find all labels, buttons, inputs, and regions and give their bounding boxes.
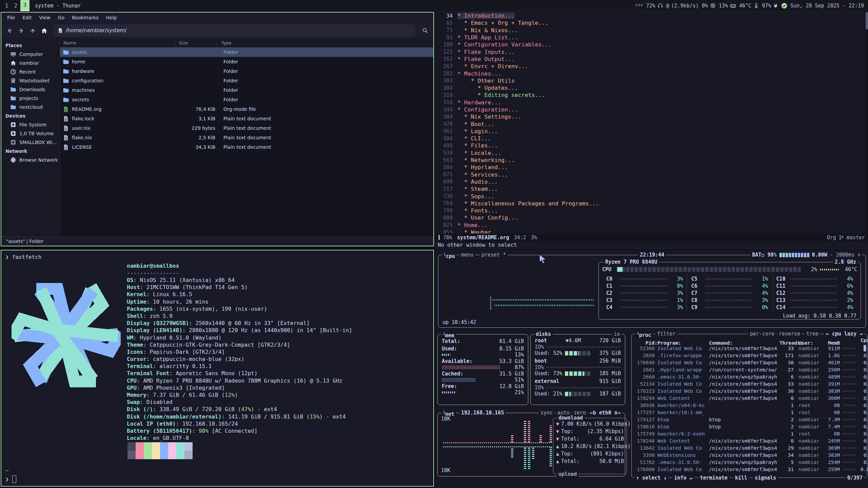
org-heading-line[interactable]: 809 * User Config... <box>435 214 865 221</box>
org-heading-line[interactable]: 461 * Login... <box>435 128 865 135</box>
process-row[interactable]: 178294 Web Content /nix/store/sm8fmrf3wp… <box>632 394 867 402</box>
org-heading-line[interactable]: 121 * Flake Inputs... <box>435 48 865 55</box>
process-row[interactable]: 2660 .emacs-31.0.50- /nix/store/wnqz5pa8… <box>632 373 867 380</box>
org-heading-line[interactable]: 34 * Introduction... <box>435 12 865 19</box>
file-row[interactable]: home Folder <box>60 57 433 66</box>
org-heading-line[interactable]: 825 * Home... <box>435 222 865 229</box>
preset-tab[interactable]: preset * <box>480 251 508 258</box>
menu-item[interactable]: View <box>36 14 54 21</box>
org-heading-line[interactable]: 717 * Steam... <box>435 185 865 192</box>
proc-footer-action[interactable]: info ↵ <box>672 474 694 481</box>
file-row[interactable]: flake.nix 2,5 KiB Plain text document <box>60 133 433 142</box>
file-row[interactable]: hardware Folder <box>60 66 433 76</box>
file-row[interactable]: secrets Folder <box>60 95 433 104</box>
org-heading-line[interactable]: 65 * Emacs + Org + Tangle... <box>435 19 865 26</box>
file-row[interactable]: flake.lock 3,1 KiB Plain text document <box>60 114 433 123</box>
org-heading-line[interactable]: 310 * Editing secrets... <box>435 92 865 99</box>
org-heading-line[interactable]: 764 * Miscellaneous Packages and Program… <box>435 200 865 207</box>
sidebar-item[interactable]: File System <box>1 120 60 129</box>
file-row[interactable]: LICENSE 34,3 KiB Plain text document <box>60 142 433 152</box>
column-header-size[interactable]: Size <box>176 38 217 47</box>
org-heading-line[interactable]: 584 * Hyprland... <box>435 164 865 171</box>
proc-footer-action[interactable]: terminate <box>698 474 729 481</box>
column-header-type[interactable]: Type <box>217 38 433 47</box>
org-heading-line[interactable]: 698 * Audio... <box>435 178 865 185</box>
per-core-tab[interactable]: per-core <box>748 330 776 337</box>
sidebar-item[interactable]: Wastebasket <box>1 76 60 85</box>
process-row[interactable]: 178616 btop btop 2 nambiar 7.4M 0.0 <box>632 423 867 430</box>
tree-tab[interactable]: tree <box>805 330 820 337</box>
path-field[interactable]: /home/nambiar/system/ <box>54 24 416 37</box>
process-row[interactable]: 176646 Isolated Web Co /nix/store/sm8fmr… <box>632 359 867 366</box>
process-row[interactable]: 13642 Isolated Web Co /nix/store/sm8fmrf… <box>632 444 867 451</box>
org-heading-line[interactable]: 736 * Sops... <box>435 192 865 200</box>
process-row[interactable]: 177257 kworker/10:1-mm_ 1 root 0B 0.0 <box>632 409 867 416</box>
sidebar-item[interactable]: Browse Network <box>1 156 60 164</box>
terminal-cursor[interactable] <box>12 475 16 483</box>
menu-item[interactable]: File <box>4 14 18 21</box>
file-row[interactable]: user.nix 229 bytes Plain text document <box>60 123 433 133</box>
org-heading-line[interactable]: 162 * Flake Output... <box>435 56 865 63</box>
file-row[interactable]: assets Folder <box>60 47 433 57</box>
org-heading-line[interactable]: 282 * Machines... <box>435 70 865 77</box>
io-tab[interactable]: io <box>612 331 622 338</box>
workspace-button[interactable]: 3 <box>20 0 29 11</box>
workspace-button[interactable]: 2 <box>11 0 20 11</box>
proc-panel-tab[interactable]: 4proc <box>635 330 653 339</box>
file-row[interactable]: README.org 76,4 KiB Org-mode file <box>60 104 433 114</box>
org-heading-line[interactable]: 534 * Locale... <box>435 149 865 157</box>
back-button[interactable] <box>5 26 14 35</box>
home-button[interactable] <box>39 26 49 35</box>
process-row[interactable]: 2658 .firefox-wrappe /nix/store/sm8fmrf3… <box>632 352 867 359</box>
menu-item[interactable]: Bookmarks <box>69 14 101 21</box>
org-heading-line[interactable]: 799 * Fonts... <box>435 207 865 214</box>
org-heading-line[interactable]: 316 * Hardware... <box>435 99 865 106</box>
sidebar-item[interactable]: 1,0 TB Volume <box>1 129 60 138</box>
sidebar-item[interactable]: SMALLBOX Wi... <box>1 138 60 147</box>
emacs-scrollbar[interactable] <box>865 12 868 235</box>
process-row[interactable]: 52134 Isolated Web Co /nix/store/sm8fmrf… <box>632 380 867 387</box>
proc-footer-action[interactable]: ↑ select ↓ <box>634 474 668 481</box>
org-heading-line[interactable]: 484 * CLI... <box>435 135 865 142</box>
menu-tab[interactable]: menu <box>459 251 475 258</box>
filter-tab[interactable]: filter <box>655 330 677 337</box>
menu-item[interactable]: Help <box>103 14 120 21</box>
org-heading-line[interactable]: 563 * Networking... <box>435 157 865 164</box>
process-row[interactable]: 52368 Isolated Web Co /nix/store/sm8fmrf… <box>632 345 867 352</box>
proc-header[interactable]: Pid: Program: Command: Threads: User: Me… <box>632 338 867 345</box>
interface-tab[interactable]: ←b eth0 n→ <box>588 409 622 416</box>
org-heading-line[interactable]: 499 * Files... <box>435 142 865 149</box>
process-row[interactable]: 38936 kworker/u64:6-kc 1 root 0B 0.0 <box>632 402 867 409</box>
column-header-name[interactable]: Name <box>60 38 176 47</box>
org-heading-line[interactable]: 344 * Configuration... <box>435 106 865 113</box>
org-heading-line[interactable]: 384 * Nix Settings... <box>435 113 865 120</box>
org-heading-line[interactable]: 109 * Configuration Variables... <box>435 41 865 48</box>
workspace-button[interactable]: 1 <box>2 0 11 11</box>
mem-panel-tab[interactable]: 2mem <box>441 331 456 339</box>
menu-item[interactable]: Go <box>55 14 67 21</box>
sidebar-item[interactable]: Downloads <box>1 85 60 94</box>
forward-button[interactable] <box>16 26 26 35</box>
sidebar-item[interactable]: Recent <box>1 67 60 76</box>
disks-panel-tab[interactable]: disks <box>534 331 553 338</box>
terminal-window[interactable]: ❯ fastfetch nambiar@smallbox -----------… <box>1 250 434 487</box>
org-heading-line[interactable]: 304 * Updates... <box>435 84 865 92</box>
org-heading-line[interactable]: 428 * Boot... <box>435 120 865 127</box>
process-row[interactable]: 175749 kworker/6:2-even 1 root 0B 0.0 <box>632 430 867 437</box>
process-row[interactable]: 178248 Web Content /nix/store/sm8fmrf3wp… <box>632 437 867 444</box>
org-heading-line[interactable]: 303 * Other Utils <box>435 77 865 84</box>
reverse-tab[interactable]: reverse <box>777 330 802 337</box>
process-row[interactable]: 51762 .emacs-31.0.50- /nix/store/wnqz5pa… <box>632 459 867 466</box>
sidebar-item[interactable]: Computer <box>1 50 60 59</box>
org-heading-line[interactable]: 267 * Envrc + Direnv... <box>435 63 865 70</box>
org-heading-line[interactable]: 71 * Nix & Nixos... <box>435 27 865 34</box>
org-heading-line[interactable]: 93 * TLDR App List... <box>435 34 865 41</box>
sync-tab[interactable]: sync <box>539 409 554 416</box>
proc-footer-action[interactable]: signals <box>753 474 778 481</box>
file-row[interactable]: machines Folder <box>60 85 433 95</box>
sidebar-item[interactable]: nambiar <box>1 59 60 67</box>
process-row[interactable]: 3390 WebExtensions /nix/store/sm8fmrf3wp… <box>632 451 867 459</box>
cpu-panel-tab[interactable]: 1cpu <box>442 251 457 260</box>
file-row[interactable]: configuration Folder <box>60 76 433 85</box>
process-row[interactable]: 176000 Isolated Web Co /nix/store/sm8fmr… <box>632 466 867 473</box>
